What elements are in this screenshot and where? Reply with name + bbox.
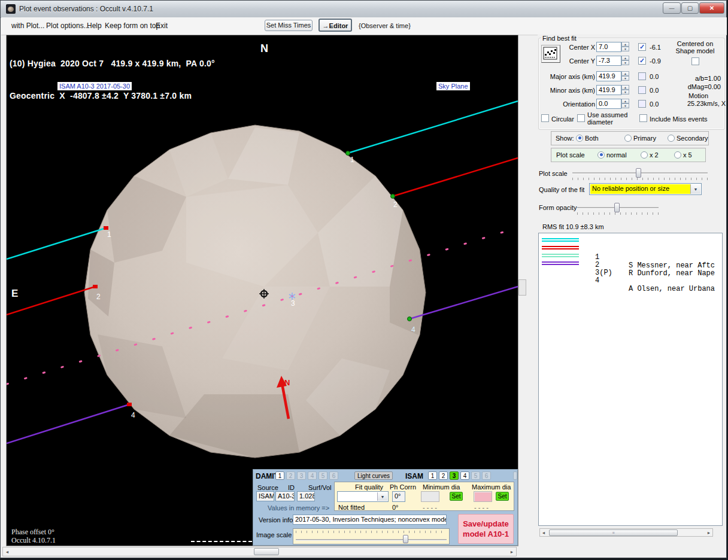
plot-horizontal-scrollbar[interactable]: ◄ ► <box>2 547 517 556</box>
menu-plot-options[interactable]: Plot options... <box>46 22 90 30</box>
chord-3-swatch <box>542 254 579 257</box>
form-opacity-thumb[interactable] <box>614 203 620 212</box>
set-miss-times-button[interactable]: Set Miss Times <box>265 20 313 31</box>
minor-axis-checkbox[interactable] <box>638 86 646 94</box>
show-primary-radio[interactable] <box>624 135 632 142</box>
show-both-radio[interactable] <box>576 135 583 142</box>
centered-on-checkbox[interactable] <box>691 57 699 65</box>
occult-version-label: Occult 4.10.7.1 <box>11 536 56 545</box>
dropdown-arrow-icon[interactable]: ▼ <box>690 184 700 194</box>
isam-button-2[interactable]: 2 <box>439 471 448 480</box>
observation-row-1[interactable]: 1 S Messner, near Aftc <box>539 236 722 244</box>
isam-button-1[interactable]: 1 <box>428 471 437 480</box>
scroll-left-icon[interactable]: ◄ <box>540 529 547 536</box>
source-value-field[interactable]: ISAM <box>256 491 274 501</box>
spinner-down-icon[interactable]: ▼ <box>621 90 629 95</box>
center-x-checkbox[interactable]: ✓ <box>638 43 646 51</box>
spinner-down-icon[interactable]: ▼ <box>621 60 629 65</box>
observation-row-4[interactable]: 4 A Olsen, near Urbana <box>539 260 722 267</box>
isam-button-6[interactable]: 6 <box>482 471 491 480</box>
damit-button-4[interactable]: 4 <box>308 471 317 480</box>
major-axis-spinner[interactable]: ▲ ▼ <box>621 71 629 81</box>
minor-axis-field[interactable]: 419.9 <box>596 85 621 95</box>
chord-2-right-label: 2 <box>393 200 398 209</box>
scroll-right-icon[interactable]: ► <box>705 529 712 536</box>
spinner-down-icon[interactable]: ▼ <box>621 104 629 108</box>
splitter-handle[interactable] <box>518 279 526 296</box>
quality-combobox[interactable]: No reliable position or size ▼ <box>589 183 702 195</box>
orientation-checkbox[interactable] <box>638 100 646 108</box>
damit-button-6[interactable]: 6 <box>329 471 338 480</box>
min-dia-set-button[interactable]: Set <box>450 492 463 501</box>
orientation-spinner[interactable]: ▲ ▼ <box>621 99 629 109</box>
max-dia-set-button[interactable]: Set <box>496 492 509 501</box>
use-assumed-checkbox[interactable] <box>577 114 585 122</box>
scroll-right-icon[interactable]: ► <box>508 549 515 555</box>
version-info-field[interactable]: 2017-05-30, Inversion Techniques; noncon… <box>293 515 447 525</box>
damit-button-5[interactable]: 5 <box>318 471 327 480</box>
image-scale-thumb[interactable] <box>403 535 408 543</box>
isam-button-4[interactable]: 4 <box>460 471 469 480</box>
maximize-button[interactable]: ▢ <box>681 2 699 14</box>
damit-button-2[interactable]: 2 <box>286 471 295 480</box>
chord-1-right-marker <box>346 151 350 156</box>
minimize-button[interactable]: — <box>663 2 681 14</box>
id-value-field[interactable]: A10-3 <box>275 491 295 501</box>
save-update-button[interactable]: Save/update model A10-1 <box>458 514 514 544</box>
plot-scroll-thumb[interactable] <box>254 548 279 555</box>
damit-button-3[interactable]: 3 <box>297 471 306 480</box>
spinner-up-icon[interactable]: ▲ <box>621 85 629 90</box>
menu-help[interactable]: Help <box>87 22 102 30</box>
spinner-up-icon[interactable]: ▲ <box>621 71 629 76</box>
observations-list[interactable]: 1 S Messner, near Aftc 2 R Dunford, near… <box>538 233 723 526</box>
center-y-checkbox[interactable]: ✓ <box>638 57 646 65</box>
scale-normal-radio[interactable] <box>597 151 605 159</box>
isam-button-3[interactable]: 3 <box>450 471 459 480</box>
spinner-down-icon[interactable]: ▼ <box>621 76 629 81</box>
orientation-field[interactable]: 0.0 <box>596 99 621 109</box>
show-secondary-radio[interactable] <box>668 135 675 142</box>
center-x-field[interactable]: 7.0 <box>596 42 621 52</box>
spinner-up-icon[interactable]: ▲ <box>621 99 629 104</box>
menu-keep-on-top[interactable]: Keep form on top <box>105 22 160 30</box>
scroll-left-icon[interactable]: ◄ <box>4 549 11 555</box>
include-miss-checkbox[interactable] <box>639 114 647 122</box>
fit-quality-combobox[interactable]: ▼ <box>337 491 389 502</box>
panel-stub-button[interactable] <box>513 471 517 480</box>
center-y-spinner[interactable]: ▲ ▼ <box>621 56 629 66</box>
menu-with-plot[interactable]: with Plot... <box>11 22 44 30</box>
observation-row-2[interactable]: 2 R Dunford, near Nape <box>539 244 722 252</box>
light-curves-button[interactable]: Light curves <box>354 471 393 480</box>
center-x-spinner[interactable]: ▲ ▼ <box>621 42 629 52</box>
scale-x2-radio[interactable] <box>641 151 648 159</box>
min-dia-field[interactable] <box>421 491 439 502</box>
max-dia-field[interactable] <box>474 491 492 502</box>
spinner-up-icon[interactable]: ▲ <box>621 42 629 47</box>
spinner-down-icon[interactable]: ▼ <box>621 47 629 51</box>
find-best-fit-title: Find best fit <box>541 35 578 42</box>
damit-button-1[interactable]: 1 <box>275 471 284 480</box>
center-x-offset: -6.1 <box>650 44 661 51</box>
major-axis-checkbox[interactable] <box>638 72 646 80</box>
ph-corrn-field[interactable]: 0° <box>392 491 405 502</box>
image-scale-track[interactable] <box>296 539 447 541</box>
list-scroll-thumb[interactable]: ≡ <box>549 529 678 536</box>
spinner-up-icon[interactable]: ▲ <box>621 56 629 60</box>
isam-button-5[interactable]: 5 <box>471 471 480 480</box>
orientation-label: Orientation <box>538 101 595 108</box>
surfvol-value-field[interactable]: 1.028 <box>297 491 315 501</box>
circular-checkbox[interactable] <box>541 114 549 122</box>
minor-axis-spinner[interactable]: ▲ ▼ <box>621 85 629 95</box>
menu-exit[interactable]: Exit <box>156 22 168 30</box>
fit-quality-value <box>338 492 378 501</box>
list-horizontal-scrollbar[interactable]: ◄ ≡ ► <box>539 528 713 537</box>
plot-scale-thumb[interactable] <box>636 168 641 178</box>
center-y-field[interactable]: -7.3 <box>596 56 621 66</box>
close-button[interactable]: ✕ <box>699 2 724 14</box>
chord-2-right-segment <box>393 158 518 196</box>
scale-x5-radio[interactable] <box>674 151 681 159</box>
observation-row-3[interactable]: 3(P) <box>539 252 722 260</box>
dropdown-arrow-icon[interactable]: ▼ <box>377 492 387 501</box>
major-axis-field[interactable]: 419.9 <box>596 71 621 81</box>
editor-button[interactable]: →Editor <box>318 19 352 32</box>
